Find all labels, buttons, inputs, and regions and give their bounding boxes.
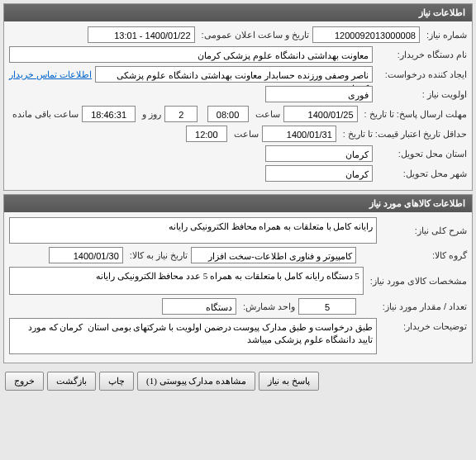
group-label: گروه کالا: <box>359 250 467 261</box>
creator-label: ایجاد کننده درخواست: <box>376 69 467 80</box>
time-label-2: ساعت <box>231 129 259 140</box>
button-bar: خروج بازگشت چاپ مشاهده مدارک پیوستی (1) … <box>0 367 476 396</box>
priority-label: اولویت نیاز : <box>376 89 467 100</box>
contact-link[interactable]: اطلاعات تماس خریدار <box>9 69 92 80</box>
validity-to-label: تا تاریخ : <box>340 129 373 140</box>
validity-date-field[interactable]: 1400/01/31 <box>262 126 336 142</box>
priority-field[interactable]: فوری <box>265 86 373 102</box>
days-field[interactable]: 2 <box>164 106 198 122</box>
back-button[interactable]: بازگشت <box>47 372 96 391</box>
creator-field[interactable]: ناصر وصفی ورزنده حسابدار معاونت بهداشتی … <box>95 66 373 83</box>
spec-label: مشخصات کالای مورد نیاز: <box>367 276 467 287</box>
need-by-label: تاریخ نیاز به کالا: <box>126 250 188 261</box>
delivery-province-field[interactable]: کرمان <box>265 145 373 162</box>
unit-field[interactable]: دستگاه <box>162 298 236 315</box>
validity-label: حداقل تاریخ اعتبار قیمت: <box>376 129 467 140</box>
buyer-label: نام دستگاه خریدار: <box>376 50 467 60</box>
deadline-label: مهلت ارسال پاسخ: تا تاریخ : <box>361 109 467 120</box>
need-by-field[interactable]: 1400/01/30 <box>49 247 123 263</box>
remaining-time-field[interactable]: 18:46:31 <box>82 106 136 122</box>
buyer-field[interactable]: معاونت بهداشتی دانشگاه علوم پزشکی کرمان <box>9 46 373 63</box>
group-field[interactable]: کامپیوتر و فناوری اطلاعات-سخت افزار <box>191 247 356 263</box>
delivery-city-label: شهر محل تحویل: <box>376 168 467 179</box>
desc-field[interactable] <box>9 217 377 244</box>
panel2-body: شرح کلی نیاز: گروه کالا: کامپیوتر و فناو… <box>4 212 472 363</box>
qty-label: تعداد / مقدار مورد نیاز: <box>359 301 467 312</box>
panel1-header: اطلاعات نیاز <box>4 4 472 21</box>
goods-info-panel: اطلاعات کالاهای مورد نیاز شرح کلی نیاز: … <box>3 194 473 363</box>
qty-field[interactable]: 5 <box>298 298 356 315</box>
exit-button[interactable]: خروج <box>5 372 44 391</box>
time-label-1: ساعت <box>252 109 280 120</box>
deadline-date-field[interactable]: 1400/01/25 <box>283 106 358 122</box>
attachments-button[interactable]: مشاهده مدارک پیوستی (1) <box>137 372 255 391</box>
panel2-header: اطلاعات کالاهای مورد نیاز <box>4 195 472 212</box>
validity-time-field[interactable]: 12:00 <box>186 126 227 142</box>
notes-field[interactable] <box>9 318 377 354</box>
spec-field[interactable] <box>9 267 364 295</box>
desc-label: شرح کلی نیاز: <box>380 225 467 236</box>
respond-button[interactable]: پاسخ به نیاز <box>259 372 319 391</box>
delivery-province-label: استان محل تحویل: <box>376 149 467 159</box>
need-number-field[interactable]: 1200092013000008 <box>312 26 420 43</box>
panel1-body: شماره نیاز: 1200092013000008 تاریخ و ساع… <box>4 21 472 190</box>
print-button[interactable]: چاپ <box>99 372 134 391</box>
need-number-label: شماره نیاز: <box>423 30 467 40</box>
deadline-time-field[interactable]: 08:00 <box>207 106 249 122</box>
days-label: روز و <box>139 109 161 120</box>
need-info-panel: اطلاعات نیاز شماره نیاز: 120009201300000… <box>3 3 473 191</box>
remaining-label: ساعت باقی مانده <box>9 109 79 120</box>
unit-label: واحد شمارش: <box>240 301 295 312</box>
announce-date-field[interactable]: 1400/01/22 - 13:01 <box>88 26 195 43</box>
announce-date-label: تاریخ و ساعت اعلان عمومی: <box>198 30 309 40</box>
delivery-city-field[interactable]: کرمان <box>265 165 373 182</box>
notes-label: توضیحات خریدار: <box>380 318 467 332</box>
